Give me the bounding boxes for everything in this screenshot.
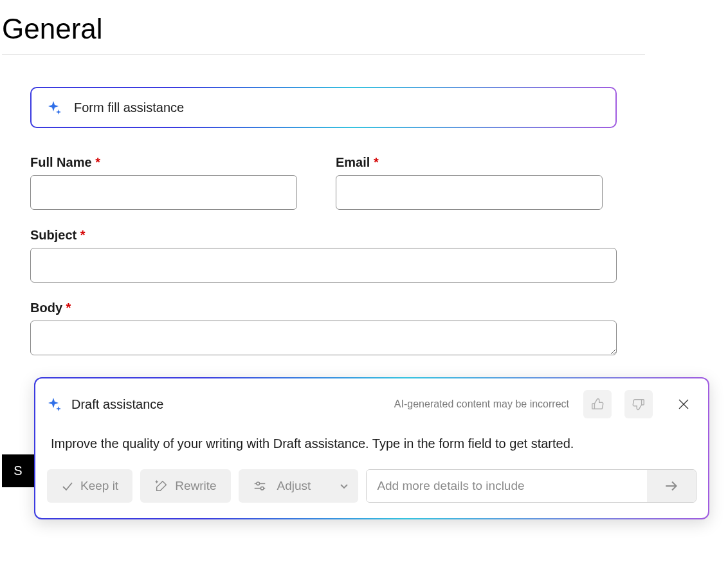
thumbs-down-icon bbox=[632, 397, 646, 411]
sparkle-icon bbox=[47, 100, 62, 115]
form-container: Form fill assistance Full Name * Email * bbox=[2, 55, 645, 358]
email-input[interactable] bbox=[336, 175, 603, 210]
body-label: Body * bbox=[30, 301, 617, 315]
ai-disclaimer: AI-generated content may be incorrect bbox=[394, 398, 569, 410]
draft-assistance-popup: Draft assistance AI-generated content ma… bbox=[34, 377, 709, 519]
subject-input[interactable] bbox=[30, 248, 617, 283]
keep-it-button[interactable]: Keep it bbox=[47, 469, 132, 503]
required-marker: * bbox=[95, 155, 100, 169]
adjust-button[interactable]: Adjust bbox=[239, 469, 359, 503]
check-icon bbox=[61, 480, 74, 492]
submit-button[interactable]: S bbox=[2, 454, 34, 487]
draft-body-text: Improve the quality of your writing with… bbox=[47, 418, 696, 469]
details-input-wrap bbox=[366, 469, 696, 503]
svg-point-3 bbox=[257, 482, 260, 485]
close-button[interactable] bbox=[671, 391, 696, 417]
arrow-right-icon bbox=[663, 478, 680, 494]
required-marker: * bbox=[80, 228, 86, 242]
form-fill-assistance-banner[interactable]: Form fill assistance bbox=[30, 87, 617, 128]
thumbs-down-button[interactable] bbox=[624, 390, 653, 418]
required-marker: * bbox=[66, 301, 71, 315]
draft-title: Draft assistance bbox=[71, 397, 163, 412]
subject-label: Subject * bbox=[30, 228, 617, 243]
svg-point-5 bbox=[260, 487, 264, 490]
sparkle-icon bbox=[47, 396, 62, 412]
close-icon bbox=[678, 398, 689, 410]
thumbs-up-button[interactable] bbox=[583, 390, 612, 418]
send-button[interactable] bbox=[647, 470, 696, 502]
body-textarea[interactable] bbox=[30, 321, 617, 355]
rewrite-button[interactable]: Rewrite bbox=[140, 469, 230, 503]
full-name-input[interactable] bbox=[30, 175, 297, 210]
email-label: Email * bbox=[336, 155, 617, 170]
assist-banner-label: Form fill assistance bbox=[74, 100, 184, 115]
details-input[interactable] bbox=[367, 470, 647, 502]
required-marker: * bbox=[374, 155, 379, 169]
thumbs-up-icon bbox=[590, 397, 605, 411]
sliders-icon bbox=[253, 479, 267, 493]
chevron-down-icon bbox=[339, 481, 349, 491]
full-name-label: Full Name * bbox=[30, 155, 311, 170]
rewrite-icon bbox=[154, 479, 168, 493]
page-title: General bbox=[2, 0, 645, 55]
